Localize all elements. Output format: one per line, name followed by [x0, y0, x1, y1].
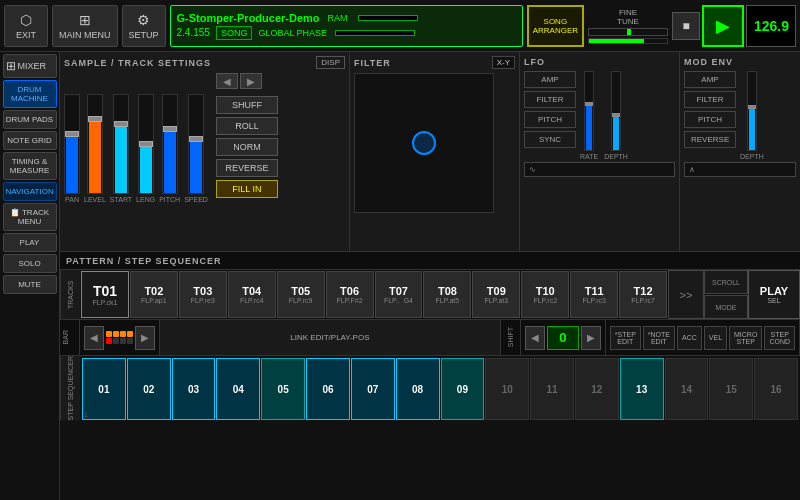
step-03[interactable]: 03 [172, 358, 216, 420]
step-05[interactable]: 05 [261, 358, 305, 420]
mod-env-wave-btn[interactable]: ∧ [684, 162, 796, 177]
lfo-amp-btn[interactable]: AMP [524, 71, 576, 88]
lfo-pitch-btn[interactable]: PITCH [524, 111, 576, 128]
step-14[interactable]: 14 [665, 358, 709, 420]
mod-env-reverse-btn[interactable]: REVERSE [684, 131, 736, 148]
roll-button[interactable]: ROLL [216, 117, 278, 135]
sidebar-note-grid[interactable]: NOTE GRID [3, 131, 57, 150]
step-12[interactable]: 12 [575, 358, 619, 420]
pos-next-btn[interactable]: ▶ [581, 326, 601, 350]
play-button[interactable]: ▶ [702, 5, 744, 47]
play-sel-cell[interactable]: PLAY SEL [748, 270, 800, 319]
chevron-button[interactable]: >> [668, 270, 704, 319]
track-name-T05: FLP.rc9 [278, 297, 324, 304]
track-T12[interactable]: T12 FLP.rc7 [619, 271, 667, 318]
step-13[interactable]: 13 [620, 358, 664, 420]
sidebar-timing[interactable]: TIMING & MEASURE [3, 152, 57, 180]
bar-prev-btn[interactable]: ◀ [84, 326, 104, 350]
step-01[interactable]: 01 1 [82, 358, 126, 420]
track-T09[interactable]: T09 FLP.at3 [472, 271, 520, 318]
fillin-button[interactable]: FILL IN [216, 180, 278, 198]
track-num-T08: T08 [438, 285, 457, 297]
tracks-label: TRACKS [60, 270, 80, 319]
vel-button[interactable]: VEL [704, 326, 727, 350]
track-T10[interactable]: T10 FLP.rc2 [521, 271, 569, 318]
track-T11[interactable]: T11 FLP.rc3 [570, 271, 618, 318]
track-T08[interactable]: T08 FLP.at5 [423, 271, 471, 318]
track-T06[interactable]: T06 FLP.F#2 [326, 271, 374, 318]
track-T04[interactable]: T04 FLP.rc4 [228, 271, 276, 318]
exit-button[interactable]: ⬡ EXIT [4, 5, 48, 47]
steps-row: 01 1 02 03 04 05 [80, 356, 800, 420]
track-T02[interactable]: T02 FLP.ap1 [130, 271, 178, 318]
sidebar-play[interactable]: PLAY [3, 233, 57, 252]
acc-button[interactable]: ACC [677, 326, 702, 350]
lfo-rate-fader[interactable] [584, 71, 594, 151]
shuff-button[interactable]: SHUFF [216, 96, 278, 114]
arrow-right[interactable]: ▶ [240, 73, 262, 89]
lfo-wave-btn[interactable]: ∿ [524, 162, 675, 177]
setup-button[interactable]: ⚙ SETUP [122, 5, 166, 47]
track-T05[interactable]: T05 FLP.rc9 [277, 271, 325, 318]
pos-nav: ◀ 0 ▶ [521, 320, 606, 355]
sidebar-track-menu[interactable]: 📋 TRACK MENU [3, 203, 57, 231]
track-T01[interactable]: T01 FLP.ck1 [81, 271, 129, 318]
main-menu-button[interactable]: ⊞ MAIN MENU [52, 5, 118, 47]
sidebar-mixer[interactable]: ⊞ MIXER [3, 54, 57, 78]
lfo-filter-btn[interactable]: FILTER [524, 91, 576, 108]
timing-label2: MEASURE [10, 166, 50, 175]
step-08[interactable]: 08 [396, 358, 440, 420]
step-04[interactable]: 04 [216, 358, 260, 420]
scroll-btn[interactable]: SCROLL [704, 270, 748, 294]
track-T03[interactable]: T03 FLP.re3 [179, 271, 227, 318]
step-cond-button[interactable]: STEPCOND [764, 326, 795, 350]
pan-fader[interactable] [64, 94, 80, 194]
step-edit-button[interactable]: *STEPEDIT [610, 326, 641, 350]
mode-btn[interactable]: MODE [704, 295, 748, 319]
start-fader[interactable] [113, 94, 129, 194]
global-phase-label: GLOBAL PHASE [258, 28, 327, 38]
step-16[interactable]: 16 [754, 358, 798, 420]
sidebar-drum-machine[interactable]: DRUM MACHINE [3, 80, 57, 108]
arrow-left[interactable]: ◀ [216, 73, 238, 89]
lfo-title: LFO [524, 57, 545, 67]
bar-label: BAR [62, 330, 69, 344]
disp-button[interactable]: DISP [316, 56, 345, 69]
mod-env-depth-fader[interactable] [747, 71, 757, 151]
stop-button[interactable]: ■ [672, 12, 700, 40]
step-15[interactable]: 15 [709, 358, 753, 420]
level-fader[interactable] [87, 94, 103, 194]
step-07[interactable]: 07 [351, 358, 395, 420]
step-09[interactable]: 09 [441, 358, 485, 420]
lfo-depth-fader[interactable] [611, 71, 621, 151]
step-06[interactable]: 06 [306, 358, 350, 420]
sidebar-navigation[interactable]: NAVIGATION [3, 182, 57, 201]
bar-next-btn[interactable]: ▶ [135, 326, 155, 350]
xy-button[interactable]: X-Y [492, 56, 515, 69]
sidebar-solo[interactable]: SOLO [3, 254, 57, 273]
norm-button[interactable]: NORM [216, 138, 278, 156]
sidebar-mute[interactable]: MUTE [3, 275, 57, 294]
micro-step-button[interactable]: MICROSTEP [729, 326, 762, 350]
song-arranger-button[interactable]: SONG ARRANGER [527, 5, 584, 47]
lfo-sync-btn[interactable]: SYNC [524, 131, 576, 148]
mod-env-filter-btn[interactable]: FILTER [684, 91, 736, 108]
step-11[interactable]: 11 [530, 358, 574, 420]
step-10[interactable]: 10 [485, 358, 529, 420]
leng-fader[interactable] [138, 94, 154, 194]
setup-icon: ⚙ [137, 12, 150, 28]
mod-env-pitch-btn[interactable]: PITCH [684, 111, 736, 128]
pos-prev-btn[interactable]: ◀ [525, 326, 545, 350]
track-T07[interactable]: T07 FLP.._G4 [375, 271, 423, 318]
mod-env-amp-btn[interactable]: AMP [684, 71, 736, 88]
step-02[interactable]: 02 [127, 358, 171, 420]
reverse-button[interactable]: REVERSE [216, 159, 278, 177]
note-edit-button[interactable]: *NOTEEDIT [643, 326, 675, 350]
xy-pad[interactable] [354, 73, 494, 213]
pitch-fader[interactable] [162, 94, 178, 194]
speed-fader[interactable] [188, 94, 204, 194]
link-edit-button[interactable]: LINK EDIT/PLAY-POS [160, 320, 501, 355]
sidebar-drum-pads[interactable]: DRUM PADS [3, 110, 57, 129]
mod-env-buttons: AMP FILTER PITCH REVERSE [684, 71, 736, 160]
fine-tune-bar [588, 28, 668, 36]
